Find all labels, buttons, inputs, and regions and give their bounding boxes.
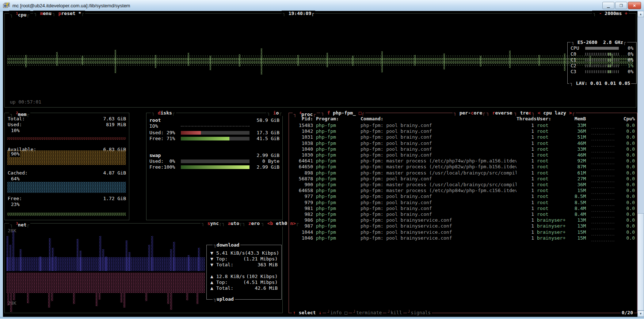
process-threads: 1 xyxy=(517,140,534,146)
sync-toggle[interactable]: sync xyxy=(201,221,223,226)
process-row[interactable]: 900php-fpmphp-fpm: master process (/usr/… xyxy=(291,182,635,188)
process-cpu: 0.0 xyxy=(617,206,635,211)
iface-prev-button[interactable]: <b xyxy=(267,221,273,226)
net-graph-spike xyxy=(51,293,53,301)
cpu-graph-tick xyxy=(352,56,354,66)
process-row[interactable]: 981php-fpmphp-fpm: pool brainy.conf1root… xyxy=(291,206,635,211)
reverse-toggle[interactable]: reverse xyxy=(485,110,516,116)
signals-button[interactable]: signals xyxy=(407,310,432,316)
process-row[interactable]: 1040php-fpmphp-fpm: pool brainy.conf1roo… xyxy=(291,146,635,152)
cpu-graph-tick xyxy=(56,52,58,66)
process-mem: 51M xyxy=(568,134,586,140)
maximize-button[interactable]: ❐ xyxy=(615,2,627,9)
process-cpu: 0.0 xyxy=(617,164,635,170)
process-row[interactable]: 987php-fpmphp-fpm: pool brainyservice.co… xyxy=(291,223,635,229)
uptime: up 00:57:01 xyxy=(10,99,41,105)
select-control[interactable]: ↑ select ↓ xyxy=(292,310,323,316)
per-core-toggle[interactable]: per-core xyxy=(453,110,486,116)
net-graph-spike xyxy=(39,256,42,271)
scroll-up-button[interactable]: ▲ xyxy=(637,11,644,17)
process-row[interactable]: 979php-fpmphp-fpm: pool brainy.conf1root… xyxy=(291,200,635,206)
process-filter-input[interactable]: f php-fpm_ □ xyxy=(320,110,365,116)
process-command: php-fpm: pool brainyservice.conf xyxy=(355,217,517,223)
process-row[interactable]: 1044php-fpmphp-fpm: pool brainyservice.c… xyxy=(291,229,635,235)
preset-button[interactable]: preset * xyxy=(52,11,85,16)
scroll-up-icon: ▲ xyxy=(640,12,642,16)
process-row[interactable]: 1030php-fpmphp-fpm: pool brainy.conf1roo… xyxy=(291,152,635,158)
filter-clear-icon[interactable]: □ xyxy=(359,110,362,116)
scroll-down-button[interactable]: ▼ xyxy=(637,311,644,317)
process-threads: 1 xyxy=(517,235,534,241)
process-row[interactable]: 64641php-fpmphp-fpm: master process (/et… xyxy=(291,158,635,164)
process-row[interactable]: 15483php-fpmphp-fpm: pool brainy.conf1ro… xyxy=(291,123,635,128)
download-total-row: ▼Total:363 MiB xyxy=(210,262,278,268)
terminate-button[interactable]: terminate xyxy=(352,310,383,316)
process-row[interactable]: 64650php-fpmphp-fpm: master process (/et… xyxy=(291,164,635,170)
scrollbar[interactable]: ▲ ▼ xyxy=(637,11,644,317)
preset-label: reset * xyxy=(61,11,81,16)
process-program: php-fpm xyxy=(313,229,355,235)
window: mc [root@ub24.itdeveloper.com.ua]:/lib/s… xyxy=(0,0,644,319)
tab-disks[interactable]: disks xyxy=(151,110,176,116)
process-row[interactable]: 898php-fpmphp-fpm: master process (/usr/… xyxy=(291,170,635,176)
tab-cpu[interactable]: 1cpu xyxy=(9,11,30,18)
process-row[interactable]: 1042php-fpmphp-fpm: pool brainy.conf1roo… xyxy=(291,128,635,134)
process-threads: 1 xyxy=(517,123,534,128)
process-row[interactable]: 56878php-fpmphp-fpm: pool brainy.conf1ro… xyxy=(291,176,635,182)
window-border-bottom xyxy=(0,317,644,319)
process-row[interactable]: 982php-fpmphp-fpm: pool brainy.conf1root… xyxy=(291,211,635,217)
mem-used-pct: 10% xyxy=(10,128,20,134)
interval-value: 2000ms xyxy=(605,11,622,16)
process-mem: 61M xyxy=(568,170,586,176)
close-button[interactable]: ✕ xyxy=(628,2,641,9)
interval-minus-button[interactable]: - xyxy=(599,11,602,16)
process-row[interactable]: 1046php-fpmphp-fpm: pool brainyservice.c… xyxy=(291,235,635,241)
info-button[interactable]: info □ xyxy=(326,310,348,316)
disk-used-bar xyxy=(181,131,249,135)
process-program: php-fpm xyxy=(313,206,355,211)
net-graph-spike xyxy=(198,248,200,271)
process-row[interactable]: 64658php-fpmphp-fpm: master process (/et… xyxy=(291,188,635,194)
process-program: php-fpm xyxy=(313,182,355,188)
sort-prev-button[interactable]: < xyxy=(538,110,541,116)
process-user: root xyxy=(534,128,568,134)
process-row[interactable]: 977php-fpmphp-fpm: pool brainy.conf1root… xyxy=(291,194,635,199)
upload-total-row: ▲Total:42.6 MiB xyxy=(210,285,278,291)
process-program: php-fpm xyxy=(313,123,355,128)
interval-plus-button[interactable]: + xyxy=(625,11,628,16)
upload-speed-row: ▲12.8 KiB/s(102 Kibps) xyxy=(210,274,278,279)
tab-net[interactable]: 3net xyxy=(9,221,30,228)
proc-footer: ↑ select ↓ info □ terminate kill signals… xyxy=(292,310,634,316)
mem-available-graph xyxy=(7,150,126,165)
process-pid: 56878 xyxy=(291,176,313,182)
sort-selector[interactable]: < cpu lazy > xyxy=(531,110,576,116)
mem-total-row: Total:7.63 GiB xyxy=(8,116,126,122)
process-mem: 13M xyxy=(568,223,586,229)
tab-io[interactable]: io xyxy=(266,110,283,116)
process-cpu: 0.0 xyxy=(617,229,635,235)
titlebar[interactable]: mc [root@ub24.itdeveloper.com.ua]:/lib/s… xyxy=(0,0,644,11)
process-row[interactable]: 1031php-fpmphp-fpm: pool brainy.conf1roo… xyxy=(291,134,635,140)
down-arrow-icon: ▼ xyxy=(210,256,216,262)
process-user: root xyxy=(534,170,568,176)
kill-button[interactable]: kill xyxy=(386,310,403,316)
process-program: php-fpm xyxy=(313,200,355,206)
select-down-icon[interactable]: ↓ xyxy=(319,310,321,315)
process-row[interactable]: 986php-fpmphp-fpm: pool brainyservice.co… xyxy=(291,217,635,223)
select-up-icon[interactable]: ↑ xyxy=(293,310,296,315)
process-pid: 898 xyxy=(291,170,313,176)
cpu-graph-tick xyxy=(155,55,156,68)
scrollbar-thumb[interactable] xyxy=(637,213,644,311)
minimize-button[interactable]: ▁ xyxy=(602,2,614,9)
process-threads: 1 xyxy=(517,200,534,206)
sort-next-button[interactable]: > xyxy=(569,110,572,116)
net-graph-spike xyxy=(173,242,175,271)
update-interval: - 2000ms + xyxy=(592,11,629,16)
process-pid: 64658 xyxy=(291,188,313,194)
process-row[interactable]: 1038php-fpmphp-fpm: pool brainy.conf1roo… xyxy=(291,140,635,146)
process-program: php-fpm xyxy=(313,223,355,229)
auto-toggle[interactable]: auto xyxy=(221,221,243,226)
process-command: php-fpm: pool brainy.conf xyxy=(355,140,517,146)
mem-used-row: Used:819 MiB xyxy=(8,122,126,128)
process-command: php-fpm: pool brainy.conf xyxy=(355,206,517,211)
